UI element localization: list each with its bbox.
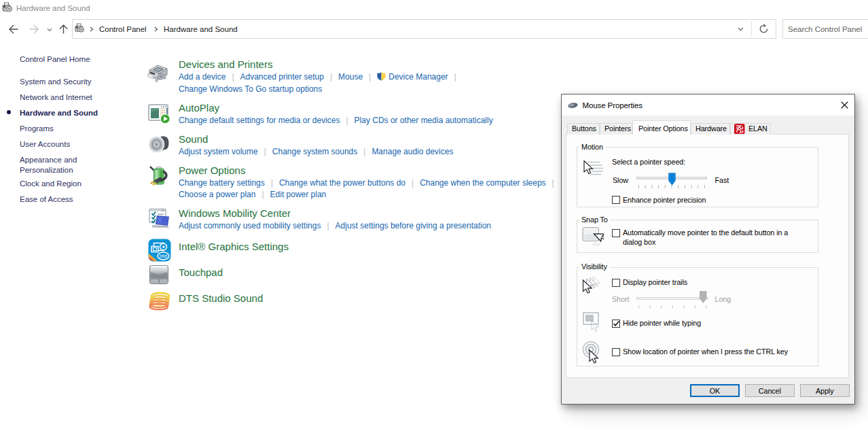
svg-text:intel: intel (160, 254, 168, 258)
